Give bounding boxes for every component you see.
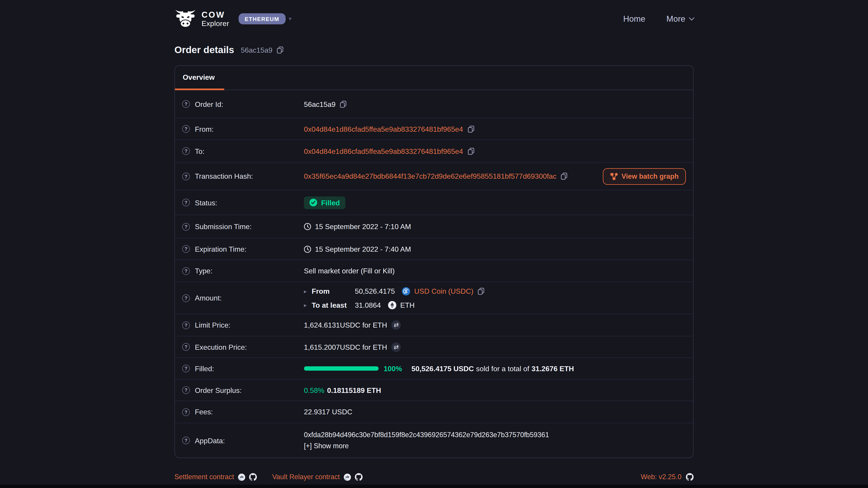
usdc-token-icon: $ xyxy=(402,287,410,295)
row-status: ? Status: Filled xyxy=(175,190,693,215)
row-amount: ? Amount: ▸ From 50,526.4175 $ USD Coin … xyxy=(175,282,693,314)
svg-text:$: $ xyxy=(405,289,408,294)
help-icon: ? xyxy=(182,223,190,230)
row-order-surplus: ? Order Surplus: 0.58% 0.18115189 ETH xyxy=(175,380,693,401)
row-label: Amount: xyxy=(195,294,222,302)
row-label: Transaction Hash: xyxy=(195,172,253,181)
help-icon: ? xyxy=(182,436,190,444)
surplus-value: 0.18115189 ETH xyxy=(327,386,381,394)
help-icon: ? xyxy=(182,408,190,416)
batch-graph-icon xyxy=(610,172,618,180)
row-label: Fees: xyxy=(195,408,213,416)
row-type: ? Type: Sell market order (Fill or Kill) xyxy=(175,260,693,282)
usdc-token-link[interactable]: USD Coin (USDC) xyxy=(414,287,473,295)
network-badge[interactable]: ETHEREUM xyxy=(239,13,285,24)
order-short-id: 56ac15a9 xyxy=(241,46,272,54)
amount-from-value: 50,526.4175 xyxy=(355,287,395,295)
order-type-value: Sell market order (Fill or Kill) xyxy=(304,267,395,275)
expiration-time-value: 15 September 2022 - 7:40 AM xyxy=(315,245,411,253)
row-label: Expiration Time: xyxy=(195,245,246,253)
nav-home[interactable]: Home xyxy=(623,14,645,23)
view-batch-graph-button[interactable]: View batch graph xyxy=(602,168,686,184)
help-icon: ? xyxy=(182,343,190,351)
row-label: Status: xyxy=(195,198,217,207)
to-address-link[interactable]: 0x04d84e1d86cfad5ffea5e9ab833276481bf965… xyxy=(304,147,463,155)
row-app-data: ? AppData: 0xfda28b94d496c30e7bf8d159f8e… xyxy=(175,423,693,457)
order-details-card: Overview ? Order Id: 56ac15a9 ? xyxy=(174,65,693,458)
github-icon[interactable] xyxy=(686,473,693,481)
help-icon: ? xyxy=(182,245,190,253)
amount-to-line: ▸ To at least 31.0864 ETH xyxy=(304,301,485,309)
github-icon[interactable] xyxy=(355,473,362,481)
clock-icon xyxy=(304,246,311,253)
row-label: Execution Price: xyxy=(195,343,247,351)
row-label: Order Surplus: xyxy=(195,386,242,394)
copy-icon[interactable] xyxy=(277,46,283,54)
etherscan-icon[interactable] xyxy=(238,473,245,481)
github-icon[interactable] xyxy=(249,473,256,481)
submission-time-value: 15 September 2022 - 7:10 AM xyxy=(315,222,411,231)
vault-relayer-contract-group: Vault Relayer contract xyxy=(272,473,362,481)
swap-price-icon[interactable]: ⇄ xyxy=(392,342,401,352)
network-selector[interactable]: ETHEREUM ▾ xyxy=(239,13,291,24)
logo-subtitle: Explorer xyxy=(202,20,229,27)
logo-title: COW xyxy=(202,10,229,19)
fees-value: 22.9317 USDC xyxy=(304,408,352,416)
row-filled: ? Filled: 100% 50,526.4175 USDC sold for… xyxy=(175,358,693,380)
row-label: Limit Price: xyxy=(195,321,230,329)
limit-price-value: 1,624.6131USDC for ETH xyxy=(304,321,387,329)
clock-icon xyxy=(304,223,311,230)
eth-token-icon xyxy=(388,301,397,309)
help-icon: ? xyxy=(182,199,190,206)
vault-relayer-contract-link[interactable]: Vault Relayer contract xyxy=(272,473,340,481)
filled-progress-bar xyxy=(304,366,379,371)
page-title: Order details xyxy=(174,44,234,56)
row-to: ? To: 0x04d84e1d86cfad5ffea5e9ab83327648… xyxy=(175,140,693,163)
chevron-down-icon: ▾ xyxy=(289,15,291,22)
row-label: Type: xyxy=(195,267,213,275)
triangle-icon: ▸ xyxy=(304,302,311,308)
row-label: AppData: xyxy=(195,436,225,445)
settlement-contract-link[interactable]: Settlement contract xyxy=(174,473,234,481)
chevron-down-icon xyxy=(689,15,694,20)
row-submission-time: ? Submission Time: 15 September 2022 - 7… xyxy=(175,215,693,238)
swap-price-icon[interactable]: ⇄ xyxy=(392,320,401,330)
logo[interactable]: COW Explorer xyxy=(174,9,229,28)
row-expiration-time: ? Expiration Time: 15 September 2022 - 7… xyxy=(175,238,693,260)
page: COW Explorer ETHEREUM ▾ Home More Order … xyxy=(0,0,868,488)
surplus-percent: 0.58% xyxy=(304,386,324,394)
footer-version-group: Web: v2.25.0 xyxy=(641,473,694,481)
help-icon: ? xyxy=(182,172,190,180)
from-address-link[interactable]: 0x04d84e1d86cfad5ffea5e9ab833276481bf965… xyxy=(304,125,463,133)
row-execution-price: ? Execution Price: 1,615.2007USDC for ET… xyxy=(175,336,693,358)
settlement-contract-group: Settlement contract xyxy=(174,473,256,481)
help-icon: ? xyxy=(182,100,190,108)
help-icon: ? xyxy=(182,386,190,394)
tab-overview[interactable]: Overview xyxy=(175,66,224,90)
row-fees: ? Fees: 22.9317 USDC xyxy=(175,401,693,423)
copy-icon[interactable] xyxy=(478,287,485,295)
copy-icon[interactable] xyxy=(561,173,567,180)
copy-icon[interactable] xyxy=(467,148,474,155)
etherscan-icon[interactable] xyxy=(344,473,351,481)
main-nav: Home More xyxy=(623,14,694,23)
header: COW Explorer ETHEREUM ▾ Home More xyxy=(0,0,868,37)
footer: Settlement contract Vault Relayer contra… xyxy=(174,458,693,486)
help-icon: ? xyxy=(182,365,190,372)
eth-token-label: ETH xyxy=(400,301,415,309)
nav-more[interactable]: More xyxy=(666,14,693,23)
row-label: To: xyxy=(195,147,204,155)
show-more-link[interactable]: [+] Show more xyxy=(304,442,549,450)
web-version-link[interactable]: Web: v2.25.0 xyxy=(641,473,682,481)
check-circle-icon xyxy=(309,199,317,206)
transaction-hash-link[interactable]: 0x35f65ec4a9d84e27bdb6844f13e7cb72d9de62… xyxy=(304,172,556,181)
status-badge: Filled xyxy=(304,196,345,209)
help-icon: ? xyxy=(182,294,190,302)
copy-icon[interactable] xyxy=(340,100,346,107)
row-label: Submission Time: xyxy=(195,222,252,231)
help-icon: ? xyxy=(182,321,190,329)
tab-bar: Overview xyxy=(175,66,693,90)
copy-icon[interactable] xyxy=(467,125,474,133)
help-icon: ? xyxy=(182,125,190,133)
amount-to-value: 31.0864 xyxy=(355,301,381,309)
